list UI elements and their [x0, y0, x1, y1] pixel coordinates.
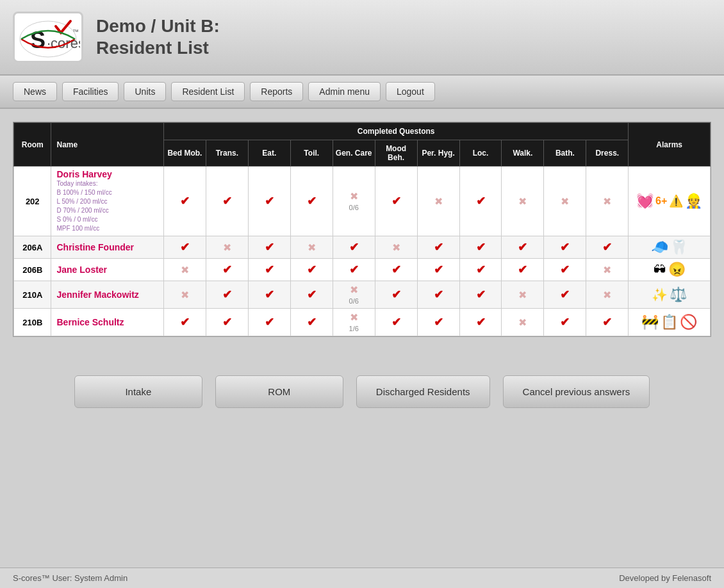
- title-line2: Resident List: [96, 38, 209, 58]
- rom-button[interactable]: ROM: [215, 375, 343, 408]
- cell-loc: ✔: [459, 309, 502, 336]
- cell-walk: ✖: [502, 281, 544, 309]
- nav-reports[interactable]: Reports: [250, 82, 303, 101]
- cell-bed-mob: ✔: [163, 167, 206, 236]
- cell-name[interactable]: Doris HarveyToday intakes:B 100% / 150 m…: [51, 167, 163, 236]
- cross-icon: ✖: [350, 312, 358, 323]
- cell-per-hyg: ✔: [417, 309, 459, 336]
- cell-trans: ✔: [206, 167, 248, 236]
- cancel-previous-button[interactable]: Cancel previous answers: [503, 375, 650, 408]
- page-footer: S-cores™ User: System Admin Developed by…: [0, 568, 724, 588]
- check-icon: ✔: [476, 195, 486, 208]
- cell-name[interactable]: Bernice Schultz: [51, 309, 163, 336]
- nav-resident-list[interactable]: Resident List: [171, 82, 245, 101]
- cell-bed-mob: ✖: [163, 259, 206, 281]
- page-title: Demo / Unit B: Resident List: [96, 15, 220, 58]
- col-loc: Loc.: [459, 140, 502, 167]
- check-icon: ✔: [180, 195, 190, 208]
- cross-icon: ✖: [518, 196, 527, 207]
- cell-loc: ✔: [459, 167, 502, 236]
- cell-name[interactable]: Jennifer Mackowitz: [51, 281, 163, 309]
- cell-name[interactable]: Christine Founder: [51, 236, 163, 259]
- cell-toil: ✖: [290, 236, 333, 259]
- check-icon: ✔: [560, 263, 570, 276]
- cell-eat: ✔: [248, 281, 290, 309]
- resident-table-container[interactable]: Room Name Completed Questons Alarms Bed …: [13, 122, 711, 337]
- cell-name[interactable]: Jane Loster: [51, 259, 163, 281]
- nav-units[interactable]: Units: [124, 82, 166, 101]
- alarm-icons: 💓6+⚠️👷: [630, 193, 708, 209]
- cross-icon: ✖: [392, 242, 400, 253]
- check-icon: ✔: [180, 241, 190, 254]
- cell-per-hyg: ✔: [417, 281, 459, 309]
- main-content: Room Name Completed Questons Alarms Bed …: [0, 109, 724, 421]
- table-row[interactable]: 202 Doris HarveyToday intakes:B 100% / 1…: [14, 167, 711, 236]
- table-row[interactable]: 206A Christine Founder ✔ ✖ ✔ ✖ ✔ ✖ ✔ ✔ ✔…: [14, 236, 711, 259]
- alarm-icons: 🚧📋🚫: [630, 314, 708, 331]
- cell-trans: ✔: [206, 309, 248, 336]
- resident-name[interactable]: Jane Loster: [56, 265, 107, 275]
- nav-logout[interactable]: Logout: [386, 82, 435, 101]
- cell-room: 210B: [14, 309, 51, 336]
- cell-room: 206B: [14, 259, 51, 281]
- check-icon: ✔: [222, 195, 232, 208]
- check-icon: ✔: [434, 263, 443, 276]
- cross-icon: ✖: [603, 265, 611, 275]
- table-row[interactable]: 210B Bernice Schultz ✔ ✔ ✔ ✔ ✖1/6 ✔ ✔ ✔ …: [14, 309, 711, 336]
- nav-facilities[interactable]: Facilities: [62, 82, 119, 101]
- cell-bed-mob: ✔: [163, 236, 206, 259]
- cell-gen-care: ✖0/6: [333, 167, 375, 236]
- col-header-alarms: Alarms: [629, 123, 711, 167]
- cell-toil: ✔: [290, 259, 333, 281]
- check-icon: ✔: [476, 263, 486, 276]
- cell-bath: ✔: [544, 309, 586, 336]
- intake-button[interactable]: Intake: [74, 375, 202, 408]
- col-trans: Trans.: [206, 140, 248, 167]
- check-icon: ✔: [265, 241, 274, 254]
- resident-name[interactable]: Jennifer Mackowitz: [56, 290, 138, 300]
- svg-text:·cores: ·cores: [47, 35, 80, 51]
- cross-icon: ✖: [350, 191, 358, 202]
- cell-trans: ✔: [206, 259, 248, 281]
- nav-admin-menu[interactable]: Admin menu: [308, 82, 381, 101]
- table-row[interactable]: 210A Jennifer Mackowitz ✖ ✔ ✔ ✔ ✖0/6 ✔ ✔…: [14, 281, 711, 309]
- check-icon: ✔: [602, 316, 612, 329]
- check-icon: ✔: [307, 195, 317, 208]
- nav-news[interactable]: News: [13, 82, 57, 101]
- cross-icon: ✖: [181, 290, 189, 300]
- cell-bath: ✖: [544, 167, 586, 236]
- col-header-name: Name: [51, 123, 163, 167]
- cell-eat: ✔: [248, 236, 290, 259]
- cross-icon: ✖: [518, 317, 527, 328]
- cell-trans: ✔: [206, 281, 248, 309]
- cell-alarms: ✨⚖️: [629, 281, 711, 309]
- alarm-icons: ✨⚖️: [630, 286, 708, 303]
- cell-gen-care: ✖1/6: [333, 309, 375, 336]
- check-icon: ✔: [476, 316, 486, 329]
- check-icon: ✔: [434, 288, 443, 301]
- resident-name[interactable]: Bernice Schultz: [56, 317, 124, 327]
- col-gen-care: Gen. Care: [333, 140, 375, 167]
- resident-list: 202 Doris HarveyToday intakes:B 100% / 1…: [14, 167, 711, 336]
- title-line1: Demo / Unit B:: [96, 16, 220, 36]
- discharged-button[interactable]: Discharged Residents: [356, 375, 490, 408]
- col-toil: Toil.: [290, 140, 333, 167]
- table-row[interactable]: 206B Jane Loster ✖ ✔ ✔ ✔ ✔ ✔ ✔ ✔ ✔ ✔ ✖ 🕶…: [14, 259, 711, 281]
- check-icon: ✔: [349, 263, 359, 276]
- cell-dress: ✖: [586, 281, 629, 309]
- cross-icon: ✖: [434, 196, 443, 207]
- cell-per-hyg: ✔: [417, 236, 459, 259]
- cell-walk: ✔: [502, 259, 544, 281]
- resident-name[interactable]: Christine Founder: [56, 242, 134, 252]
- col-bed-mob: Bed Mob.: [163, 140, 206, 167]
- cell-room: 202: [14, 167, 51, 236]
- cell-dress: ✔: [586, 309, 629, 336]
- cell-mood-beh: ✔: [375, 259, 417, 281]
- cross-icon: ✖: [603, 290, 611, 300]
- col-per-hyg: Per. Hyg.: [417, 140, 459, 167]
- col-bath: Bath.: [544, 140, 586, 167]
- cell-walk: ✖: [502, 309, 544, 336]
- resident-name[interactable]: Doris Harvey: [56, 169, 111, 179]
- cell-room: 210A: [14, 281, 51, 309]
- cell-alarms: 🚧📋🚫: [629, 309, 711, 336]
